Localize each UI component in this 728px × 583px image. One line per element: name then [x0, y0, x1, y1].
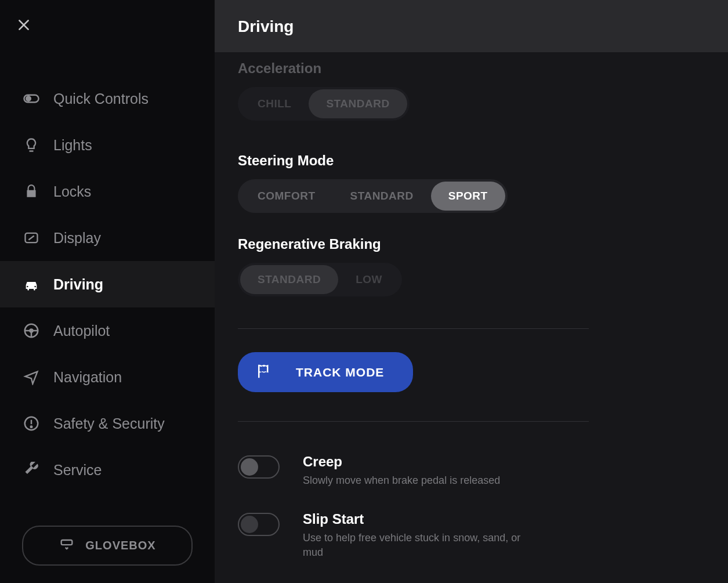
steering-sport[interactable]: SPORT: [431, 182, 505, 211]
creep-desc: Slowly move when brake pedal is released: [303, 473, 523, 488]
glovebox-icon: [59, 536, 75, 555]
slip-start-desc: Use to help free vehicle stuck in snow, …: [303, 531, 523, 560]
close-button[interactable]: [16, 17, 34, 35]
sidebar-item-display[interactable]: Display: [0, 215, 215, 261]
acceleration-section: Acceleration CHILL STANDARD: [238, 60, 705, 121]
flag-icon: [255, 363, 273, 382]
car-icon: [22, 275, 41, 294]
sidebar-item-label: Display: [53, 230, 101, 247]
sidebar-item-quick-controls[interactable]: Quick Controls: [0, 75, 215, 122]
sidebar-item-navigation[interactable]: Navigation: [0, 354, 215, 400]
navigation-icon: [22, 368, 41, 386]
lock-icon: [22, 182, 41, 201]
svg-point-7: [30, 329, 33, 332]
sidebar-item-label: Autopilot: [53, 323, 110, 339]
glovebox-label: GLOVEBOX: [85, 539, 155, 552]
track-mode-label: TRACK MODE: [296, 365, 384, 379]
sidebar-item-locks[interactable]: Locks: [0, 168, 215, 215]
nav-list: Quick Controls Lights Locks: [0, 75, 215, 508]
slip-start-row: Slip Start Use to help free vehicle stuc…: [238, 511, 705, 560]
track-mode-button[interactable]: TRACK MODE: [238, 352, 413, 392]
glovebox-container: GLOVEBOX: [0, 508, 215, 583]
slip-start-toggle[interactable]: [238, 513, 280, 536]
acceleration-title: Acceleration: [238, 60, 705, 77]
divider: [238, 421, 589, 422]
slip-start-info: Slip Start Use to help free vehicle stuc…: [303, 511, 705, 560]
sidebar-item-safety-security[interactable]: Safety & Security: [0, 400, 215, 447]
regen-low[interactable]: LOW: [338, 265, 400, 294]
steering-section: Steering Mode COMFORT STANDARD SPORT: [238, 153, 705, 213]
glovebox-button[interactable]: GLOVEBOX: [22, 526, 193, 566]
regen-title: Regenerative Braking: [238, 236, 705, 252]
steering-wheel-icon: [22, 321, 41, 340]
wrench-icon: [22, 461, 41, 479]
sidebar-item-label: Safety & Security: [53, 415, 165, 432]
content: Acceleration CHILL STANDARD Steering Mod…: [215, 52, 728, 583]
svg-line-5: [28, 236, 34, 240]
steering-segment: COMFORT STANDARD SPORT: [238, 179, 508, 213]
sidebar-item-service[interactable]: Service: [0, 447, 215, 493]
regen-segment: STANDARD LOW: [238, 263, 402, 296]
sidebar-item-lights[interactable]: Lights: [0, 122, 215, 168]
page-title: Driving: [238, 17, 705, 36]
lightbulb-icon: [22, 136, 41, 154]
svg-rect-14: [61, 540, 73, 545]
toggle-knob: [241, 516, 258, 533]
acceleration-chill[interactable]: CHILL: [240, 89, 309, 118]
header: Driving: [215, 0, 728, 52]
sidebar-item-label: Locks: [53, 183, 91, 200]
display-icon: [22, 229, 41, 247]
acceleration-segment: CHILL STANDARD: [238, 87, 410, 121]
alert-icon: [22, 414, 41, 433]
steering-title: Steering Mode: [238, 153, 705, 169]
sidebar-item-driving[interactable]: Driving: [0, 261, 215, 307]
creep-info: Creep Slowly move when brake pedal is re…: [303, 454, 705, 488]
steering-standard[interactable]: STANDARD: [333, 182, 431, 211]
regen-standard[interactable]: STANDARD: [240, 265, 338, 294]
slip-start-title: Slip Start: [303, 511, 705, 527]
svg-point-3: [26, 96, 31, 101]
regen-section: Regenerative Braking STANDARD LOW: [238, 236, 705, 296]
divider: [238, 328, 589, 329]
sidebar-item-label: Lights: [53, 137, 92, 154]
svg-point-13: [31, 426, 32, 428]
sidebar-item-label: Quick Controls: [53, 90, 149, 107]
steering-comfort[interactable]: COMFORT: [240, 182, 333, 211]
acceleration-standard[interactable]: STANDARD: [309, 89, 407, 118]
toggle-knob: [241, 458, 258, 476]
sidebar-item-label: Navigation: [53, 369, 122, 386]
main-panel: Driving Acceleration CHILL STANDARD Stee…: [215, 0, 728, 583]
creep-toggle[interactable]: [238, 455, 280, 479]
creep-title: Creep: [303, 454, 705, 470]
sidebar-item-autopilot[interactable]: Autopilot: [0, 307, 215, 354]
sidebar: Quick Controls Lights Locks: [0, 0, 215, 583]
sidebar-item-label: Service: [53, 462, 102, 479]
sidebar-item-label: Driving: [53, 276, 103, 293]
creep-row: Creep Slowly move when brake pedal is re…: [238, 454, 705, 488]
toggle-icon: [22, 89, 41, 108]
